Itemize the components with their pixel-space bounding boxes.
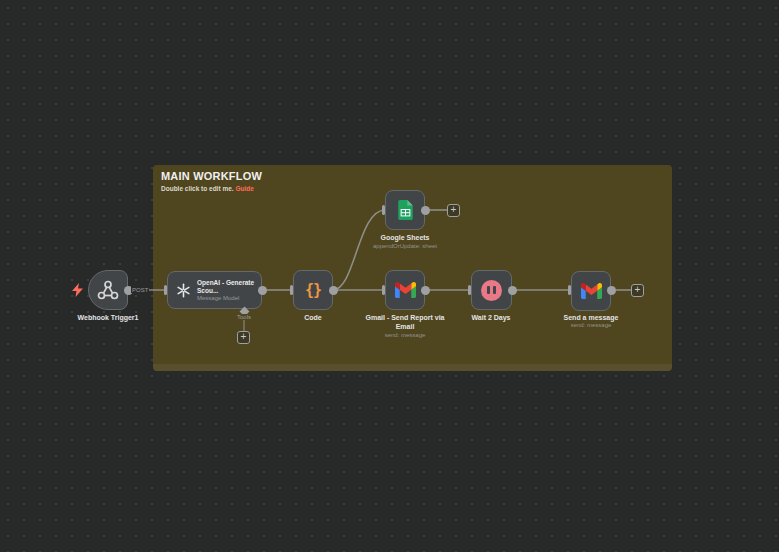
node-openai[interactable]: OpenAI - Generate Scou... Message Model <box>167 271 262 309</box>
node-wait[interactable] <box>471 270 512 310</box>
node-send-message[interactable] <box>571 271 611 311</box>
openai-tools-label: Tools <box>233 314 255 320</box>
node-label-sheets: Google Sheets <box>355 233 455 242</box>
node-gmail-report[interactable] <box>385 270 425 310</box>
add-node-after-sheets-button[interactable]: + <box>447 204 460 217</box>
openai-icon <box>175 282 192 299</box>
add-tool-button[interactable]: + <box>237 331 250 344</box>
code-input-endpoint <box>290 285 293 295</box>
google-sheets-icon <box>398 200 413 220</box>
sticky-note-body-text: Double click to edit me. <box>161 185 234 192</box>
node-label-webhook: Webhook Trigger1 <box>58 313 158 322</box>
sheets-input-endpoint <box>382 205 385 215</box>
webhook-icon <box>96 278 120 302</box>
trigger-bolt-icon <box>72 283 83 297</box>
gmail-input-endpoint <box>382 285 385 295</box>
sticky-note-body: Double click to edit me. Guide <box>161 185 254 192</box>
send-input-endpoint <box>568 285 571 295</box>
node-label-send: Send a message <box>541 313 641 322</box>
node-label-gmail: Gmail - Send Report via Email <box>363 313 447 331</box>
node-subtitle-send: send: message <box>531 322 651 328</box>
node-webhook-trigger[interactable] <box>88 270 128 310</box>
openai-node-title: OpenAI - Generate Scou... <box>197 279 255 295</box>
openai-node-subtitle: Message Model <box>197 295 255 301</box>
guide-link[interactable]: Guide <box>235 185 253 192</box>
plus-icon: + <box>451 204 457 215</box>
plus-icon: + <box>635 284 641 295</box>
workflow-canvas[interactable]: MAIN WORKFLOW Double click to edit me. G… <box>0 0 779 552</box>
openai-node-text: OpenAI - Generate Scou... Message Model <box>197 279 255 302</box>
pause-icon <box>481 280 502 301</box>
node-subtitle-gmail: send: message <box>345 332 465 338</box>
sticky-note-title: MAIN WORKFLOW <box>161 170 262 182</box>
openai-input-endpoint <box>164 285 167 295</box>
gmail-icon <box>581 283 602 299</box>
send-output-endpoint[interactable] <box>607 286 616 295</box>
gmail-icon <box>395 282 416 298</box>
gmail-output-endpoint[interactable] <box>421 286 430 295</box>
node-label-wait: Wait 2 Days <box>441 313 541 322</box>
wait-input-endpoint <box>468 285 471 295</box>
wait-output-endpoint[interactable] <box>508 286 517 295</box>
openai-output-endpoint[interactable] <box>258 286 267 295</box>
sheets-output-endpoint[interactable] <box>421 206 430 215</box>
code-output-endpoint[interactable] <box>329 286 338 295</box>
node-subtitle-sheets: appendOrUpdate: sheet <box>345 243 465 249</box>
node-google-sheets[interactable] <box>385 190 425 230</box>
node-code[interactable]: {} <box>293 270 333 310</box>
code-braces-icon: {} <box>305 281 321 299</box>
webhook-output-label: POST <box>131 287 149 293</box>
plus-icon: + <box>241 331 247 342</box>
add-node-after-send-button[interactable]: + <box>631 284 644 297</box>
node-label-code: Code <box>263 313 363 322</box>
